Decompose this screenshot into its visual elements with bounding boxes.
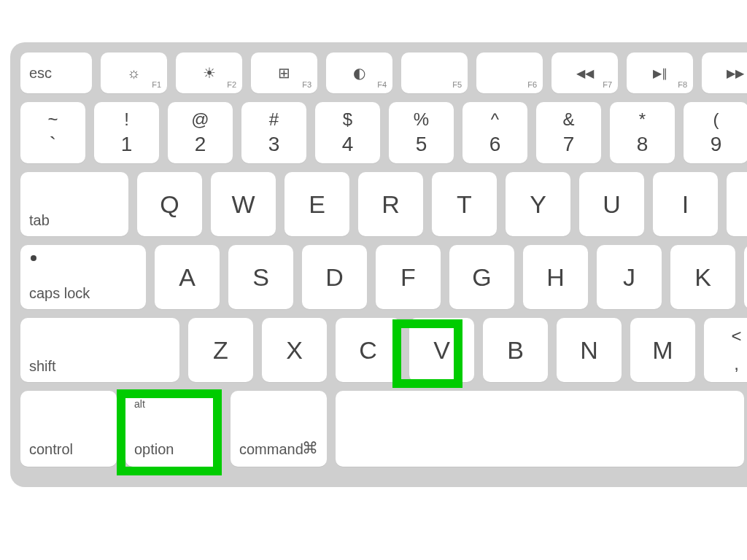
brightness-up-icon: ☀ [203,64,216,82]
esc-label: esc [29,65,52,82]
key-y[interactable]: Y [506,172,570,236]
row-asdf: caps lock A S D F G H J K L [20,245,747,309]
command-icon: ⌘ [302,439,318,458]
key-space[interactable] [336,391,744,467]
row-function: esc ☼ F1 ☀ F2 ⊞ F3 ◐ F4 F5 F6 ◀◀ F7 ▶∥ [20,52,747,93]
key-f[interactable]: F [376,245,441,309]
command-label: command [239,441,303,458]
key-f4[interactable]: ◐ F4 [326,52,392,93]
key-f6[interactable]: F6 [476,52,543,93]
brightness-down-icon: ☼ [127,65,140,82]
key-x[interactable]: X [262,318,327,382]
key-f8[interactable]: ▶∥ F8 [627,52,693,93]
key-i[interactable]: I [653,172,718,236]
f-label: F2 [227,80,236,89]
key-s[interactable]: S [228,245,293,309]
key-5[interactable]: % 5 [389,102,454,163]
key-control[interactable]: control [20,391,117,467]
key-l[interactable]: L [744,245,747,309]
play-pause-icon: ▶∥ [653,66,667,80]
key-4[interactable]: $ 4 [315,102,380,163]
key-3[interactable]: # 3 [241,102,306,163]
key-f9[interactable]: ▶▶ F9 [702,52,747,93]
key-t[interactable]: T [432,172,497,236]
key-g[interactable]: G [449,245,514,309]
f-label: F1 [152,80,161,89]
alt-label: alt [134,398,145,410]
shift-label: shift [29,358,56,375]
rewind-icon: ◀◀ [576,66,594,80]
key-comma[interactable]: < , [704,318,747,382]
key-w[interactable]: W [211,172,276,236]
key-h[interactable]: H [523,245,588,309]
key-top: ~ [47,111,58,128]
row-numbers: ~ ` ! 1 @ 2 # 3 $ 4 % 5 ^ 6 & 7 [20,102,747,163]
row-qwerty: tab Q W E R T Y U I O [20,172,747,236]
keyboard: esc ☼ F1 ☀ F2 ⊞ F3 ◐ F4 F5 F6 ◀◀ F7 ▶∥ [10,42,747,487]
control-label: control [29,441,73,458]
f-label: F5 [452,80,462,89]
key-o[interactable]: O [727,172,747,236]
key-f2[interactable]: ☀ F2 [176,52,242,93]
f-label: F3 [302,80,311,89]
key-2[interactable]: @ 2 [168,102,233,163]
f-label: F6 [527,80,537,89]
caps-indicator-icon [31,255,36,261]
key-j[interactable]: J [597,245,662,309]
key-f1[interactable]: ☼ F1 [101,52,167,93]
key-m[interactable]: M [630,318,695,382]
key-8[interactable]: * 8 [610,102,675,163]
key-7[interactable]: & 7 [536,102,601,163]
key-c[interactable]: C [336,318,400,382]
tab-label: tab [29,212,50,229]
key-u[interactable]: U [579,172,644,236]
key-a[interactable]: A [155,245,220,309]
dashboard-icon: ◐ [353,64,365,82]
key-f7[interactable]: ◀◀ F7 [551,52,618,93]
key-n[interactable]: N [557,318,622,382]
key-1[interactable]: ! 1 [94,102,159,163]
row-zxcv: shift Z X C V B N M < , [20,318,747,382]
key-bot: ` [50,134,56,155]
key-f5[interactable]: F5 [401,52,468,93]
key-caps-lock[interactable]: caps lock [20,245,146,309]
key-q[interactable]: Q [137,172,202,236]
fast-forward-icon: ▶▶ [727,66,744,80]
key-backtick[interactable]: ~ ` [20,102,85,163]
key-f3[interactable]: ⊞ F3 [251,52,317,93]
mission-control-icon: ⊞ [278,64,290,82]
f-label: F8 [678,80,687,89]
row-bottom: control alt option command ⌘ [20,391,747,467]
f-label: F7 [603,80,612,89]
key-z[interactable]: Z [188,318,253,382]
key-option[interactable]: alt option [125,391,222,467]
key-esc[interactable]: esc [20,52,92,93]
key-shift[interactable]: shift [20,318,179,382]
key-command[interactable]: command ⌘ [231,391,327,467]
key-tab[interactable]: tab [20,172,128,236]
key-9[interactable]: ( 9 [684,102,747,163]
key-b[interactable]: B [483,318,548,382]
key-k[interactable]: K [670,245,735,309]
key-r[interactable]: R [358,172,423,236]
caps-label: caps lock [29,285,90,302]
key-e[interactable]: E [285,172,349,236]
key-6[interactable]: ^ 6 [462,102,527,163]
option-label: option [134,441,174,458]
key-d[interactable]: D [302,245,367,309]
f-label: F4 [377,80,387,89]
key-v[interactable]: V [409,318,474,382]
